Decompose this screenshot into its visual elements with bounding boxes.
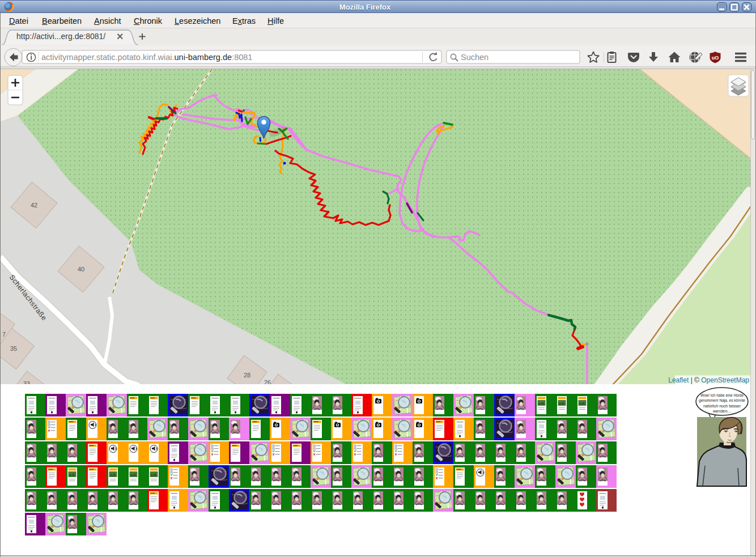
svg-text:Leaflet | © OpenStreetMap: Leaflet | © OpenStreetMap [668,376,749,384]
svg-text:genommen! Naja, es könnte: genommen! Naja, es könnte [699,398,745,403]
svg-text:42: 42 [31,202,37,209]
svg-text:Wow! Ich habe eine Hürde: Wow! Ich habe eine Hürde [700,393,744,398]
svg-text:uO: uO [712,55,719,61]
svg-text:Mozilla Firefox: Mozilla Firefox [339,3,391,11]
svg-text:http://activi...erg.de:8081/: http://activi...erg.de:8081/ [16,32,105,41]
svg-text:35: 35 [10,345,17,352]
svg-text:26: 26 [264,379,271,384]
svg-text:activitymapper.static.potato.k: activitymapper.static.potato.kinf.wiai.u… [41,53,252,62]
svg-text:werden...: werden... [712,409,731,414]
svg-text:natürlich noch besser: natürlich noch besser [703,403,741,409]
svg-text:33: 33 [23,380,30,384]
svg-text:Suchen: Suchen [461,53,489,62]
svg-text:40: 40 [78,266,84,273]
svg-text:7: 7 [2,331,6,338]
svg-text:28: 28 [244,372,250,379]
